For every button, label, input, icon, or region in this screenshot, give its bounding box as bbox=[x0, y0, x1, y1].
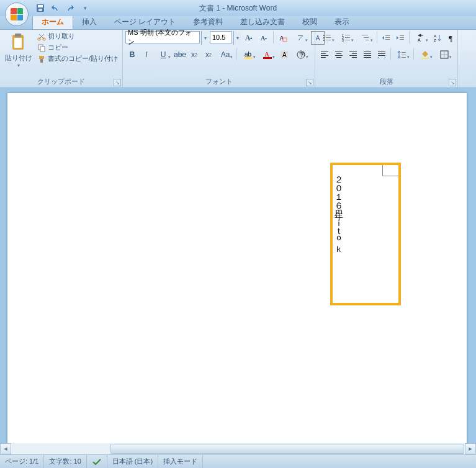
svg-text:A: A bbox=[434, 34, 436, 38]
svg-rect-35 bbox=[364, 37, 369, 38]
highlight-button[interactable]: ab bbox=[239, 48, 258, 61]
svg-text:A: A bbox=[418, 38, 421, 42]
paste-button[interactable]: 貼り付け ▾ bbox=[2, 31, 35, 70]
tab-layout[interactable]: ページ レイアウト bbox=[106, 15, 184, 29]
align-left-button[interactable] bbox=[318, 48, 331, 61]
tab-insert[interactable]: 挿入 bbox=[73, 15, 106, 29]
paste-icon bbox=[9, 32, 29, 52]
line-spacing-button[interactable] bbox=[393, 48, 411, 61]
textbox-handle bbox=[382, 165, 398, 176]
phonetic-guide-button[interactable]: ア bbox=[291, 31, 310, 45]
format-painter-button[interactable]: 書式のコピー/貼り付け bbox=[36, 53, 119, 64]
tab-mailings[interactable]: 差し込み文書 bbox=[231, 15, 294, 29]
scroll-right-button[interactable]: ► bbox=[465, 443, 476, 454]
strike-button[interactable]: abe bbox=[173, 48, 187, 61]
text-direction-button[interactable]: A bbox=[411, 31, 430, 45]
font-launcher[interactable]: ↘ bbox=[306, 79, 313, 86]
svg-rect-39 bbox=[385, 39, 390, 40]
char-shading-button[interactable]: A bbox=[277, 48, 291, 61]
tab-view[interactable]: 表示 bbox=[326, 15, 358, 29]
status-word-count[interactable]: 文字数: 10 bbox=[44, 455, 86, 468]
svg-rect-62 bbox=[364, 57, 371, 58]
numbering-button[interactable]: 123 bbox=[337, 31, 356, 45]
svg-rect-67 bbox=[402, 55, 406, 55]
svg-rect-60 bbox=[364, 53, 371, 54]
cut-button[interactable]: 切り取り bbox=[36, 31, 119, 42]
textbox-content[interactable]: ２０１６年ｍｉｔｏｋ bbox=[333, 165, 351, 253]
paragraph-group-label: 段落 bbox=[318, 76, 455, 88]
svg-rect-63 bbox=[378, 52, 385, 52]
font-name-combo[interactable]: MS 明朝 (本文のフォン bbox=[125, 31, 200, 43]
svg-text:3: 3 bbox=[342, 38, 344, 42]
tab-review[interactable]: 校閲 bbox=[294, 15, 326, 29]
svg-rect-5 bbox=[14, 38, 22, 48]
bullets-button[interactable] bbox=[318, 31, 336, 45]
scroll-left-button[interactable]: ◄ bbox=[0, 443, 11, 454]
clear-format-button[interactable]: A bbox=[276, 31, 290, 45]
svg-rect-34 bbox=[362, 35, 368, 35]
bold-button[interactable]: B bbox=[125, 48, 139, 61]
underline-button[interactable]: U bbox=[154, 48, 173, 61]
enclose-char-button[interactable]: 字 bbox=[292, 48, 310, 61]
decrease-indent-button[interactable] bbox=[379, 31, 393, 45]
status-page[interactable]: ページ: 1/1 bbox=[0, 455, 44, 468]
svg-text:A: A bbox=[264, 50, 269, 58]
horizontal-scrollbar[interactable]: ◄ ► bbox=[0, 443, 476, 454]
office-button[interactable] bbox=[5, 2, 29, 26]
status-language[interactable]: 日本語 (日本) bbox=[107, 455, 158, 468]
shading-button[interactable] bbox=[416, 48, 434, 61]
align-center-button[interactable] bbox=[332, 48, 346, 61]
document-area[interactable]: ２０１６年ｍｉｔｏｋ bbox=[0, 88, 476, 454]
shrink-font-button[interactable]: A▾ bbox=[257, 31, 271, 45]
font-color-button[interactable]: A bbox=[258, 48, 277, 61]
distribute-button[interactable] bbox=[375, 48, 388, 61]
show-marks-button[interactable]: ¶ bbox=[445, 31, 459, 45]
redo-icon[interactable] bbox=[65, 2, 76, 14]
svg-rect-47 bbox=[321, 52, 328, 52]
svg-rect-2 bbox=[38, 9, 42, 11]
multilevel-list-button[interactable] bbox=[356, 31, 375, 45]
scroll-track[interactable] bbox=[11, 443, 465, 454]
status-proofing-icon[interactable] bbox=[87, 455, 107, 468]
text-box[interactable]: ２０１６年ｍｉｔｏｋ bbox=[330, 163, 401, 305]
change-case-button[interactable]: Aa bbox=[216, 48, 235, 61]
status-insert-mode[interactable]: 挿入モード bbox=[158, 455, 203, 468]
superscript-button[interactable]: x2 bbox=[202, 48, 215, 61]
copy-label: コピー bbox=[48, 43, 68, 52]
scroll-thumb[interactable] bbox=[110, 444, 464, 454]
italic-button[interactable]: I bbox=[140, 48, 153, 61]
svg-rect-36 bbox=[366, 40, 369, 40]
paragraph-launcher[interactable]: ↘ bbox=[449, 79, 456, 86]
justify-button[interactable] bbox=[361, 48, 374, 61]
svg-text:字: 字 bbox=[299, 52, 305, 58]
clipboard-launcher[interactable]: ↘ bbox=[114, 79, 121, 86]
svg-rect-11 bbox=[40, 59, 43, 63]
increase-indent-button[interactable] bbox=[393, 31, 407, 45]
svg-point-22 bbox=[323, 35, 325, 36]
svg-text:Z: Z bbox=[434, 38, 436, 42]
subscript-button[interactable]: x2 bbox=[187, 48, 201, 61]
copy-button[interactable]: コピー bbox=[36, 42, 119, 53]
cut-label: 切り取り bbox=[48, 32, 75, 41]
svg-point-26 bbox=[323, 40, 325, 41]
undo-icon[interactable] bbox=[50, 2, 61, 14]
qat-customize-icon[interactable]: ▾ bbox=[79, 2, 91, 14]
grow-font-button[interactable]: A▴ bbox=[242, 31, 256, 45]
format-painter-label: 書式のコピー/貼り付け bbox=[48, 54, 118, 63]
font-size-combo[interactable]: 10.5 bbox=[210, 31, 232, 43]
svg-rect-23 bbox=[326, 35, 331, 35]
font-name-dropdown[interactable]: ▾ bbox=[201, 31, 209, 45]
svg-rect-51 bbox=[335, 52, 343, 52]
align-right-button[interactable] bbox=[346, 48, 360, 61]
tab-references[interactable]: 参考資料 bbox=[184, 15, 231, 29]
svg-rect-38 bbox=[385, 37, 390, 38]
status-bar: ページ: 1/1 文字数: 10 日本語 (日本) 挿入モード bbox=[0, 454, 476, 468]
font-size-dropdown[interactable]: ▾ bbox=[233, 31, 241, 45]
sort-button[interactable]: AZ bbox=[431, 31, 444, 45]
save-icon[interactable] bbox=[35, 2, 46, 14]
tab-home[interactable]: ホーム bbox=[32, 14, 73, 29]
svg-rect-55 bbox=[349, 52, 357, 52]
borders-button[interactable] bbox=[435, 48, 454, 61]
font-group-label: フォント bbox=[125, 76, 312, 88]
page[interactable]: ２０１６年ｍｉｔｏｋ bbox=[7, 93, 467, 454]
